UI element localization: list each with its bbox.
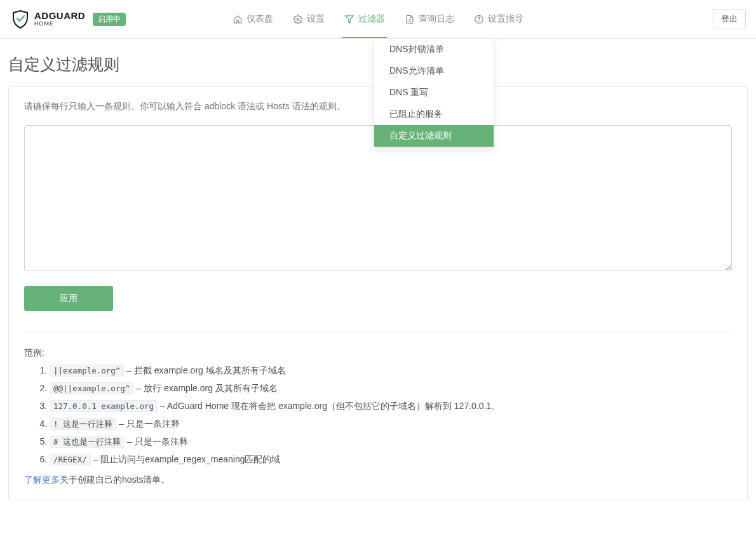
apply-button[interactable]: 应用 — [24, 286, 113, 311]
navbar: ADGUARD HOME 启用中 仪表盘 设置 过滤器 — [0, 0, 756, 39]
example-desc: – 拦截 example.org 域名及其所有子域名 — [124, 365, 285, 375]
navbar-left: ADGUARD HOME 启用中 — [5, 9, 126, 29]
nav-dashboard[interactable]: 仪表盘 — [223, 0, 283, 38]
divider — [24, 332, 732, 332]
nav-setup-guide[interactable]: 设置指导 — [464, 0, 534, 38]
example-code: @@||example.org^ — [50, 382, 133, 394]
dropdown-item-blocked-services[interactable]: 已阻止的服务 — [374, 104, 494, 125]
gear-icon — [294, 15, 303, 24]
logout-button[interactable]: 登出 — [713, 9, 746, 29]
example-item: 127.0.0.1 example.org – AdGuard Home 现在将… — [50, 401, 732, 412]
example-desc: – AdGuard Home 现在将会把 example.org（但不包括它的子… — [158, 401, 500, 411]
example-desc: – 只是一条注释 — [116, 419, 180, 429]
example-code: /REGEX/ — [50, 453, 91, 466]
nav-query-log[interactable]: 查询日志 — [395, 0, 464, 38]
example-item: ! 这是一行注释 – 只是一条注释 — [50, 419, 732, 430]
example-code: 127.0.0.1 example.org — [50, 400, 158, 412]
dropdown-item-dns-rewrites[interactable]: DNS 重写 — [374, 82, 494, 104]
navbar-right: 登出 — [713, 9, 751, 29]
shield-icon — [10, 9, 30, 29]
example-code: # 这也是一行注释 — [50, 436, 125, 448]
logo[interactable]: ADGUARD HOME — [10, 9, 85, 29]
filters-dropdown: DNS封锁清单 DNS允许清单 DNS 重写 已阻止的服务 自定义过滤规则 — [374, 39, 494, 147]
brand-sub: HOME — [34, 20, 85, 28]
learn-more-text: 关于创建自己的hosts清单。 — [60, 474, 170, 485]
nav-filters[interactable]: 过滤器 — [335, 0, 395, 38]
example-item: /REGEX/ – 阻止访问与example_regex_meaning匹配的域 — [50, 454, 732, 466]
example-desc: – 阻止访问与example_regex_meaning匹配的域 — [91, 454, 281, 464]
examples-list: ||example.org^ – 拦截 example.org 域名及其所有子域… — [24, 365, 732, 466]
nav-setup-guide-label: 设置指导 — [488, 13, 523, 25]
nav-dashboard-label: 仪表盘 — [246, 13, 273, 25]
help-icon — [475, 15, 484, 24]
brand-name: ADGUARD — [34, 11, 85, 20]
nav-settings-label: 设置 — [307, 13, 325, 25]
examples-title: 范例: — [24, 347, 732, 359]
file-icon — [405, 15, 415, 24]
nav-query-log-label: 查询日志 — [419, 13, 454, 25]
rules-card: 请确保每行只输入一条规则。你可以输入符合 adblock 语法或 Hosts 语… — [8, 86, 748, 500]
example-desc: – 放行 example.org 及其所有子域名 — [133, 383, 277, 393]
svg-point-5 — [479, 21, 480, 22]
svg-marker-1 — [346, 15, 354, 22]
learn-more-link[interactable]: 了解更多 — [24, 474, 60, 485]
example-code: ! 这是一行注释 — [50, 418, 116, 430]
filter-icon — [345, 15, 354, 24]
svg-point-0 — [297, 18, 299, 20]
example-item: ||example.org^ – 拦截 example.org 域名及其所有子域… — [50, 365, 732, 377]
dropdown-item-dns-blocklists[interactable]: DNS封锁清单 — [374, 39, 494, 60]
example-code: ||example.org^ — [50, 365, 124, 377]
learn-more: 了解更多关于创建自己的hosts清单。 — [24, 474, 732, 486]
dropdown-item-dns-allowlists[interactable]: DNS允许清单 — [374, 60, 494, 82]
status-badge: 启用中 — [93, 13, 126, 26]
navbar-center: 仪表盘 设置 过滤器 查询日志 设置指导 — [223, 0, 534, 38]
example-item: @@||example.org^ – 放行 example.org 及其所有子域… — [50, 383, 732, 394]
home-icon — [233, 15, 243, 24]
dropdown-item-custom-rules[interactable]: 自定义过滤规则 — [374, 125, 494, 147]
nav-filters-label: 过滤器 — [358, 13, 385, 25]
example-item: # 这也是一行注释 – 只是一条注释 — [50, 436, 732, 448]
nav-settings[interactable]: 设置 — [283, 0, 335, 38]
example-desc: – 只是一条注释 — [125, 436, 188, 446]
